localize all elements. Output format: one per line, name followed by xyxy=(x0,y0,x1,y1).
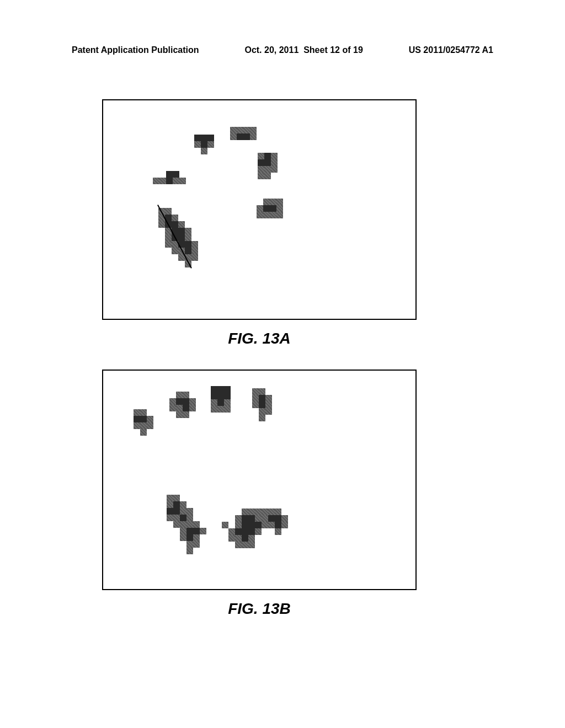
page-header: Patent Application Publication Oct. 20, … xyxy=(0,45,565,55)
figure-13a-label: FIG. 13A xyxy=(102,330,417,347)
blob-b5 xyxy=(167,495,213,554)
blob-b6 xyxy=(222,508,288,548)
blob-b2 xyxy=(169,392,196,418)
figure-13b-label: FIG. 13B xyxy=(102,600,417,618)
blob-a1 xyxy=(153,171,186,184)
figure-13b-container: FIG. 13B xyxy=(102,370,417,618)
blob-b4 xyxy=(252,388,272,421)
blob-a3 xyxy=(230,127,257,140)
pub-date: Oct. 20, 2011 xyxy=(244,45,299,55)
blob-a5 xyxy=(257,199,283,218)
blob-b1 xyxy=(134,409,153,436)
blob-b3 xyxy=(211,386,231,413)
publication-number: US 2011/0254772 A1 xyxy=(409,45,493,55)
figure-13a-box xyxy=(102,99,417,320)
blob-a2 xyxy=(194,135,221,154)
figure-13b-box xyxy=(102,370,417,590)
publication-date-sheet: Oct. 20, 2011 Sheet 12 of 19 xyxy=(244,45,363,55)
figure-13a-container: FIG. 13A xyxy=(102,99,417,347)
publication-type: Patent Application Publication xyxy=(72,45,199,55)
sheet-number: Sheet 12 of 19 xyxy=(303,45,363,55)
blob-a4 xyxy=(258,153,278,179)
